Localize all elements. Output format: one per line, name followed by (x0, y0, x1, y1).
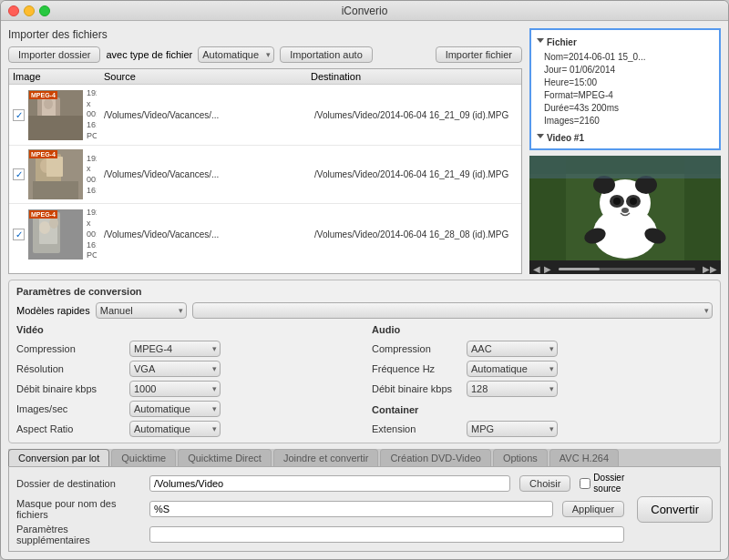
file-thumb-2: ✓ (9, 148, 100, 201)
svg-rect-10 (33, 181, 78, 199)
row-checkbox-2[interactable]: ✓ (13, 168, 25, 180)
tab-quicktime-direct[interactable]: Quicktime Direct (178, 449, 272, 466)
convertir-button[interactable]: Convertir (637, 496, 713, 523)
images-sec-select-wrapper[interactable]: Automatique (129, 401, 221, 417)
table-header: Image Source Destination (9, 69, 521, 85)
info-item: ID=1 (544, 147, 714, 150)
col-source: Source (104, 71, 311, 82)
resolution-label: Résolution (16, 363, 126, 374)
traffic-lights (8, 5, 50, 16)
param-row-images-sec: Images/sec Automatique (16, 401, 357, 417)
dossier-label: Dossier de destination (16, 478, 144, 489)
video-section-title: Video #1 (537, 131, 714, 145)
audio-compression-select-wrapper[interactable]: AAC (467, 341, 558, 357)
info-item: Format=MPEG-4 (544, 89, 714, 102)
compression-select-wrapper[interactable]: MPEG-4 (129, 341, 221, 357)
extension-select-wrapper[interactable]: MPG (467, 421, 558, 437)
freq-label: Fréquence Hz (372, 363, 463, 374)
params-grid: Vidéo Compression MPEG-4 (16, 324, 713, 437)
svg-point-4 (44, 98, 53, 109)
play-icon[interactable]: ◀ (533, 264, 540, 274)
aspect-ratio-select[interactable]: Automatique (129, 421, 221, 437)
model-select-wrapper[interactable]: Manuel (96, 302, 187, 319)
resolution-select[interactable]: VGA (129, 361, 221, 377)
file-type-select-wrapper[interactable]: Automatique (198, 46, 274, 63)
row-checkbox-1[interactable]: ✓ (13, 109, 25, 121)
tab-avc[interactable]: AVC H.264 (549, 449, 619, 466)
left-panel: Importer des fichiers Importer dossier a… (8, 28, 522, 274)
maximize-button[interactable] (39, 5, 50, 16)
fichier-section-title: Fichier (537, 36, 714, 49)
minimize-button[interactable] (24, 5, 35, 16)
svg-rect-33 (529, 156, 721, 178)
params-col-video: Vidéo Compression MPEG-4 (16, 324, 357, 437)
model-select[interactable]: Manuel (96, 302, 187, 319)
forward-icon[interactable]: ▶▶ (703, 264, 717, 274)
svg-point-27 (630, 198, 637, 205)
tab-quicktime[interactable]: Quicktime (111, 449, 176, 466)
compression-label: Compression (16, 343, 126, 354)
info-item: Nom=2014-06-01 15_0... (544, 51, 714, 64)
row-checkbox-3[interactable]: ✓ (13, 229, 25, 240)
dest-path-2: /Volumes/Video/2014-06-04 16_21_49 (id).… (311, 168, 521, 181)
dossier-input[interactable] (149, 475, 510, 492)
table-body: ✓ (9, 85, 521, 273)
param-row-aspect-ratio: Aspect Ratio Automatique (16, 421, 357, 437)
debit-select-wrapper[interactable]: 1000 (129, 381, 221, 397)
form-row-params-sup: Paramètres supplémentaires (16, 524, 624, 545)
video-triangle-icon[interactable] (537, 134, 544, 142)
source-path-1: /Volumes/Video/Vacances/... (100, 108, 311, 122)
dossier-source-checkbox[interactable] (580, 478, 590, 489)
aspect-ratio-select-wrapper[interactable]: Automatique (129, 421, 221, 437)
tabs-bar: Conversion par lot Quicktime Quicktime D… (8, 449, 721, 466)
info-item: Images=2160 (544, 115, 714, 127)
param-row-audio-compression: Compression AAC (372, 341, 713, 357)
stop-icon[interactable]: ▶ (544, 264, 551, 274)
form-row-dossier: Dossier de destination Choisir Dossierso… (16, 473, 624, 494)
file-type-select[interactable]: Automatique (198, 46, 274, 63)
tab-conversion-par-lot[interactable]: Conversion par lot (8, 449, 109, 466)
svg-rect-11 (46, 157, 63, 177)
window-title: iConverio (342, 5, 388, 17)
import-file-button[interactable]: Importer fichier (436, 46, 522, 63)
params-sup-input[interactable] (149, 526, 624, 543)
masque-input[interactable] (149, 501, 553, 517)
tab-dvd[interactable]: Création DVD-Video (380, 449, 490, 466)
audio-debit-select[interactable]: 128 (467, 381, 558, 397)
auto-import-button[interactable]: Importation auto (280, 46, 373, 63)
titlebar: iConverio (1, 1, 728, 21)
images-sec-select[interactable]: Automatique (129, 401, 221, 417)
fichier-label: Fichier (547, 36, 577, 49)
resolution-select-wrapper[interactable]: VGA (129, 361, 221, 377)
freq-select-wrapper[interactable]: Automatique (467, 361, 558, 377)
extension-select[interactable]: MPG (467, 421, 558, 437)
close-button[interactable] (8, 5, 19, 16)
dest-path-1: /Volumes/Video/2014-06-04 16_21_09 (id).… (311, 108, 521, 122)
compression-select[interactable]: MPEG-4 (129, 341, 221, 357)
freq-select[interactable]: Automatique (467, 361, 558, 377)
model-extra-select[interactable] (192, 302, 713, 319)
fichier-triangle-icon[interactable] (537, 38, 544, 46)
audio-debit-label: Débit binaire kbps (372, 383, 463, 394)
container-col-title: Container (372, 404, 713, 415)
tab-options[interactable]: Options (493, 449, 548, 466)
bottom-form-area: Dossier de destination Choisir Dossierso… (16, 473, 713, 545)
appliquer-button[interactable]: Appliquer (562, 501, 624, 517)
video-label: Video #1 (547, 131, 584, 145)
table-row: ✓ (9, 85, 521, 146)
debit-select[interactable]: 1000 (129, 381, 221, 397)
tab-joindre[interactable]: Joindre et convertir (273, 449, 379, 466)
choisir-button[interactable]: Choisir (519, 475, 570, 492)
dest-path-3: /Volumes/Video/2014-06-04 16_28_08 (id).… (311, 228, 521, 241)
import-folder-button[interactable]: Importer dossier (8, 46, 100, 63)
audio-compression-select[interactable]: AAC (467, 341, 558, 357)
preview-image (529, 156, 721, 260)
conversion-params: Paramètres de conversion Modèles rapides… (8, 280, 721, 443)
model-extra-select-wrapper[interactable] (192, 302, 713, 319)
fichier-info: Nom=2014-06-01 15_0... Jour= 01/06/2014 … (537, 51, 714, 127)
thumbnail-2: MPEG-4 (28, 149, 83, 199)
audio-debit-select-wrapper[interactable]: 128 (467, 381, 558, 397)
model-label: Modèles rapides (16, 305, 90, 316)
main-window: iConverio Importer des fichiers Importer… (0, 0, 729, 560)
model-row: Modèles rapides Manuel (16, 302, 713, 319)
